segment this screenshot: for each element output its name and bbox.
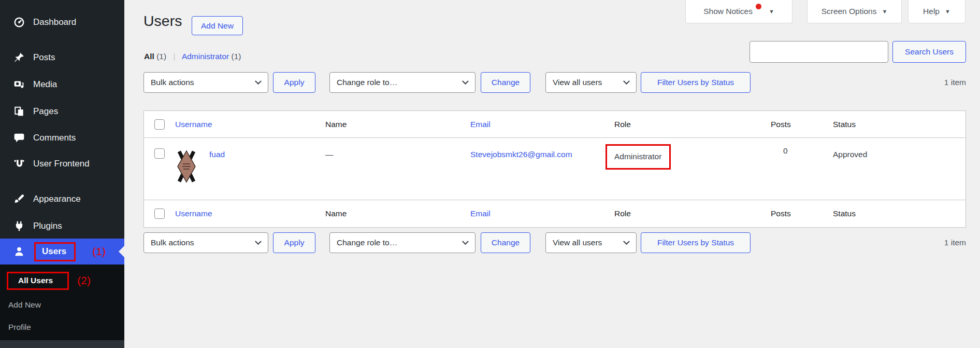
views-list: All (1) | Administrator (1)	[144, 52, 241, 61]
item-count: 1 item	[944, 238, 966, 247]
view-administrator-link[interactable]: Administrator	[182, 52, 229, 61]
annotation-number-1: (1)	[92, 245, 106, 258]
change-role-value: Change role to…	[337, 238, 397, 247]
view-all-users-select[interactable]: View all users	[545, 72, 637, 93]
view-all-users-select[interactable]: View all users	[545, 232, 637, 253]
change-role-select[interactable]: Change role to…	[329, 232, 475, 253]
table-footer-row: Username Name Email Role Posts Status	[144, 200, 965, 227]
filter-users-by-status-button[interactable]: Filter Users by Status	[641, 232, 751, 253]
sidebar-item-label: Pages	[33, 106, 58, 117]
sidebar-item-label: User Frontend	[33, 159, 90, 169]
admin-content: Show Notices ▼ Screen Options ▼ Help ▼ U…	[124, 0, 980, 348]
annotation-box-role: Administrator	[606, 144, 671, 170]
sidebar-item-media[interactable]: Media	[0, 75, 124, 94]
sidebar-item-comments[interactable]: Comments	[0, 128, 124, 148]
sidebar-item-posts[interactable]: Posts	[0, 48, 124, 67]
sidebar-item-user-frontend[interactable]: User Frontend	[0, 154, 124, 174]
avatar	[175, 148, 198, 185]
sidebar-item-label: Media	[33, 79, 57, 90]
pages-icon	[13, 106, 25, 117]
column-header-username[interactable]: Username	[175, 209, 212, 218]
change-role-value: Change role to…	[337, 78, 397, 87]
column-header-email[interactable]: Email	[470, 120, 491, 129]
sidebar-item-appearance[interactable]: Appearance	[0, 189, 124, 209]
users-table: Username Name Email Role Posts Status fu…	[143, 110, 966, 228]
column-header-status: Status	[833, 209, 856, 218]
sidebar-bottom-divider	[0, 340, 124, 348]
notification-dot-icon	[756, 4, 761, 9]
bulk-actions-select[interactable]: Bulk actions	[143, 232, 268, 253]
help-tab[interactable]: Help ▼	[908, 0, 965, 23]
help-label: Help	[923, 7, 940, 16]
email-link[interactable]: Stevejobsmkt26@gmail.com	[470, 150, 572, 159]
submenu-item-all-users[interactable]: All Users (2)	[0, 272, 124, 289]
users-submenu: All Users (2) Add New Profile	[0, 265, 124, 340]
submenu-item-label: Profile	[8, 323, 31, 332]
show-notices-tab[interactable]: Show Notices ▼	[685, 0, 792, 23]
annotation-number-2: (2)	[77, 274, 91, 287]
screen-options-tab[interactable]: Screen Options ▼	[807, 0, 902, 23]
caret-down-icon: ▼	[882, 8, 887, 15]
column-header-posts: Posts	[771, 209, 791, 218]
screen-options-label: Screen Options	[822, 7, 877, 16]
chevron-down-icon	[623, 78, 630, 85]
page-title: Users	[143, 12, 182, 30]
sidebar-item-label: Plugins	[33, 221, 62, 231]
filter-users-by-status-button[interactable]: Filter Users by Status	[641, 72, 751, 93]
current-menu-arrow-icon	[119, 246, 124, 257]
users-icon	[13, 246, 25, 257]
user-frontend-icon	[13, 158, 25, 170]
bulk-actions-select[interactable]: Bulk actions	[143, 72, 268, 93]
column-header-name: Name	[325, 120, 347, 129]
view-all-count: (1)	[156, 52, 166, 61]
role-value: Administrator	[614, 152, 661, 161]
username-link[interactable]: fuad	[209, 150, 225, 159]
row-checkbox[interactable]	[154, 148, 165, 159]
annotation-box-users: Users	[34, 242, 76, 261]
dashboard-icon	[13, 17, 25, 28]
search-users-input[interactable]	[750, 41, 888, 63]
column-header-status: Status	[833, 120, 856, 129]
name-value: —	[325, 150, 334, 159]
sidebar-item-label: Dashboard	[33, 17, 76, 27]
submenu-item-add-new[interactable]: Add New	[0, 296, 124, 314]
sidebar-item-label: Users	[42, 246, 66, 257]
caret-down-icon: ▼	[769, 8, 774, 15]
pushpin-icon	[13, 52, 25, 63]
add-new-button[interactable]: Add New	[192, 16, 243, 35]
status-value: Approved	[833, 150, 867, 159]
submenu-item-profile[interactable]: Profile	[0, 318, 124, 336]
table-row: fuad — Stevejobsmkt26@gmail.com Administ…	[144, 138, 965, 200]
column-header-email[interactable]: Email	[470, 209, 491, 218]
sidebar-item-label: Appearance	[33, 194, 81, 204]
submenu-item-label: Add New	[8, 300, 41, 310]
caret-down-icon: ▼	[945, 8, 950, 15]
sidebar-item-dashboard[interactable]: Dashboard	[0, 12, 124, 32]
search-users-button[interactable]: Search Users	[892, 41, 966, 63]
view-all-users-value: View all users	[553, 78, 602, 87]
bottom-toolbar: Bulk actions Apply Change role to… Chang…	[143, 232, 751, 253]
chevron-down-icon	[255, 78, 262, 85]
comment-bubble-icon	[13, 132, 25, 144]
media-icon	[13, 79, 25, 90]
sidebar-item-plugins[interactable]: Plugins	[0, 216, 124, 236]
bulk-actions-value: Bulk actions	[151, 78, 194, 87]
change-role-select[interactable]: Change role to…	[329, 72, 475, 93]
views-separator: |	[173, 52, 175, 61]
select-all-checkbox[interactable]	[154, 119, 165, 130]
apply-button[interactable]: Apply	[273, 72, 315, 93]
sidebar-item-users[interactable]: Users (1)	[0, 239, 124, 265]
bulk-actions-value: Bulk actions	[151, 238, 194, 247]
column-header-posts: Posts	[771, 120, 791, 129]
table-header-row: Username Name Email Role Posts Status	[144, 111, 965, 138]
apply-button[interactable]: Apply	[273, 232, 315, 253]
posts-count: 0	[783, 146, 788, 155]
column-header-username[interactable]: Username	[175, 120, 212, 129]
change-button[interactable]: Change	[481, 232, 530, 253]
view-all-users-value: View all users	[553, 238, 602, 247]
view-all-link[interactable]: All	[144, 52, 154, 61]
select-all-checkbox[interactable]	[154, 208, 165, 219]
plug-icon	[13, 220, 25, 232]
change-button[interactable]: Change	[481, 72, 530, 93]
sidebar-item-pages[interactable]: Pages	[0, 102, 124, 121]
